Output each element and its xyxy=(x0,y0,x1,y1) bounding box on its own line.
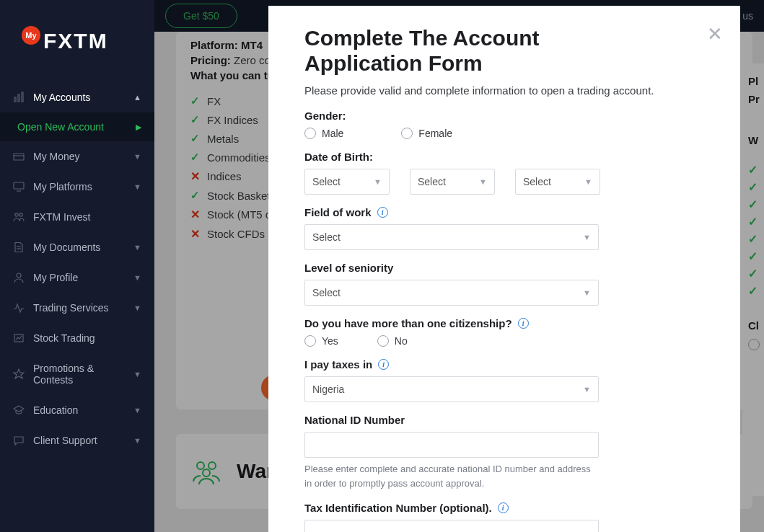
gender-group: Gender: Male Female xyxy=(304,110,704,139)
chevron-down-icon: ▼ xyxy=(133,243,141,252)
info-icon[interactable]: i xyxy=(498,502,509,513)
svg-point-7 xyxy=(15,213,18,216)
people-icon xyxy=(13,211,25,223)
dob-group: Date of Birth: Select ▼ Select ▼ Select … xyxy=(304,151,704,195)
info-icon[interactable]: i xyxy=(377,207,388,218)
taxes-select[interactable]: Nigeria ▼ xyxy=(304,376,599,402)
tin-group: Tax Identification Number (optional). i xyxy=(304,502,704,532)
citizenship-group: Do you have more than one citizenship? i… xyxy=(304,317,704,347)
radio-icon xyxy=(304,128,316,139)
chevron-down-icon: ▼ xyxy=(133,182,141,191)
sidebar-item-my-accounts[interactable]: My Accounts ▲ xyxy=(0,82,154,112)
sidebar-item-open-new-account[interactable]: Open New Account ▶ xyxy=(0,112,154,141)
svg-rect-3 xyxy=(14,154,24,160)
logo: My FXTM xyxy=(0,7,154,82)
logo-text: FXTM xyxy=(43,29,108,53)
sidebar-item-my-documents[interactable]: My Documents ▼ xyxy=(0,232,154,262)
radio-icon xyxy=(304,335,316,347)
sidebar-item-label: Client Support xyxy=(33,435,97,446)
radio-icon xyxy=(377,335,389,347)
citizenship-no-radio[interactable]: No xyxy=(377,335,408,347)
sidebar-item-label: My Money xyxy=(33,151,80,162)
svg-point-11 xyxy=(17,273,21,278)
field-of-work-select[interactable]: Select ▼ xyxy=(304,224,599,250)
monitor-icon xyxy=(13,181,25,192)
sidebar-item-my-profile[interactable]: My Profile ▼ xyxy=(0,262,154,293)
chevron-down-icon: ▼ xyxy=(133,303,141,312)
chevron-down-icon: ▼ xyxy=(133,273,141,282)
citizenship-label: Do you have more than one citizenship? i xyxy=(304,317,704,329)
sidebar: My FXTM My Accounts ▲ Open New Account ▶… xyxy=(0,0,154,532)
seniority-label: Level of seniority xyxy=(304,262,704,274)
modal-subtitle: Please provide valid and complete inform… xyxy=(304,84,704,97)
national-id-input[interactable] xyxy=(304,432,599,458)
chevron-down-icon: ▼ xyxy=(583,288,591,297)
svg-rect-2 xyxy=(22,92,23,102)
seniority-select[interactable]: Select ▼ xyxy=(304,280,599,306)
modal-title: Complete The Account Application Form xyxy=(304,26,651,76)
national-id-group: National ID Number Please enter complete… xyxy=(304,414,704,490)
svg-point-8 xyxy=(19,213,22,216)
sidebar-item-label: Stock Trading xyxy=(33,332,95,344)
svg-marker-14 xyxy=(14,406,24,412)
chevron-down-icon: ▼ xyxy=(374,177,382,186)
sidebar-item-label: Trading Services xyxy=(33,302,109,314)
chevron-down-icon: ▼ xyxy=(133,370,141,378)
sidebar-item-label: Promotions & Contests xyxy=(33,363,125,386)
chevron-down-icon: ▼ xyxy=(583,385,591,394)
info-icon[interactable]: i xyxy=(378,359,389,370)
field-of-work-group: Field of work i Select ▼ xyxy=(304,206,704,250)
card-icon xyxy=(13,151,25,162)
graduation-icon xyxy=(13,404,25,416)
tin-label: Tax Identification Number (optional). i xyxy=(304,502,704,514)
svg-rect-1 xyxy=(18,94,19,102)
dob-day-select[interactable]: Select ▼ xyxy=(304,169,390,195)
info-icon[interactable]: i xyxy=(518,318,529,329)
sidebar-item-label: Open New Account xyxy=(17,121,104,133)
sidebar-item-label: FXTM Invest xyxy=(33,211,90,223)
sidebar-item-education[interactable]: Education ▼ xyxy=(0,395,154,425)
sidebar-item-my-money[interactable]: My Money ▼ xyxy=(0,141,154,172)
chevron-down-icon: ▼ xyxy=(133,406,141,414)
chevron-down-icon: ▼ xyxy=(583,233,591,241)
citizenship-yes-radio[interactable]: Yes xyxy=(304,335,338,347)
chevron-down-icon: ▼ xyxy=(133,436,141,445)
sidebar-item-my-platforms[interactable]: My Platforms ▼ xyxy=(0,172,154,202)
sidebar-item-label: My Documents xyxy=(33,241,100,253)
dob-month-select[interactable]: Select ▼ xyxy=(410,169,495,195)
sidebar-item-label: My Accounts xyxy=(33,92,90,103)
sidebar-item-client-support[interactable]: Client Support ▼ xyxy=(0,425,154,456)
seniority-group: Level of seniority Select ▼ xyxy=(304,262,704,306)
sidebar-item-stock-trading[interactable]: Stock Trading xyxy=(0,323,154,353)
sidebar-item-label: Education xyxy=(33,404,78,416)
field-of-work-label: Field of work i xyxy=(304,206,704,218)
taxes-label: I pay taxes in i xyxy=(304,358,704,371)
gender-male-radio[interactable]: Male xyxy=(304,128,343,139)
star-icon xyxy=(13,368,25,380)
gender-label: Gender: xyxy=(304,110,704,122)
chat-icon xyxy=(13,435,25,446)
tin-input[interactable] xyxy=(304,520,599,532)
logo-badge: My xyxy=(22,26,40,45)
chevron-down-icon: ▼ xyxy=(479,177,487,186)
national-id-label: National ID Number xyxy=(304,414,704,426)
close-icon[interactable]: ✕ xyxy=(707,23,723,45)
sidebar-item-fxtm-invest[interactable]: FXTM Invest xyxy=(0,202,154,232)
radio-icon xyxy=(401,128,413,139)
application-form-modal: ✕ Complete The Account Application Form … xyxy=(268,6,740,532)
svg-marker-13 xyxy=(14,369,24,378)
chevron-down-icon: ▼ xyxy=(584,177,592,186)
chevron-down-icon: ▼ xyxy=(133,152,141,161)
document-icon xyxy=(13,241,25,253)
chevron-right-icon: ▶ xyxy=(136,123,141,132)
dob-label: Date of Birth: xyxy=(304,151,704,163)
gender-female-radio[interactable]: Female xyxy=(401,128,452,139)
svg-rect-0 xyxy=(14,97,16,102)
sidebar-item-trading-services[interactable]: Trading Services ▼ xyxy=(0,293,154,323)
user-icon xyxy=(13,272,25,283)
chart-icon xyxy=(13,92,25,103)
sidebar-item-promotions[interactable]: Promotions & Contests ▼ xyxy=(0,353,154,395)
taxes-group: I pay taxes in i Nigeria ▼ xyxy=(304,358,704,402)
dob-year-select[interactable]: Select ▼ xyxy=(515,169,600,195)
sidebar-item-label: My Platforms xyxy=(33,181,92,192)
